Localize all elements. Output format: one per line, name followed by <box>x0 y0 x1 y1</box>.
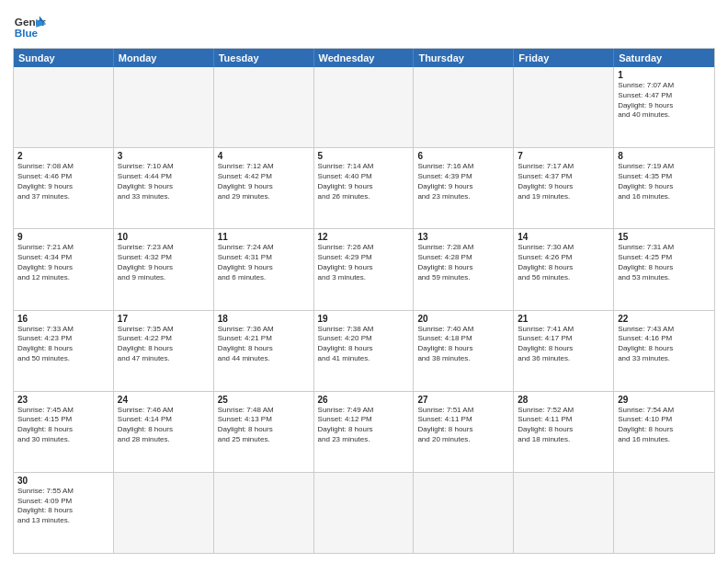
calendar-cell: 19Sunrise: 7:38 AM Sunset: 4:20 PM Dayli… <box>314 311 415 391</box>
day-number: 4 <box>218 151 310 161</box>
day-info: Sunrise: 7:33 AM Sunset: 4:23 PM Dayligh… <box>17 325 109 364</box>
day-number: 8 <box>618 151 711 161</box>
calendar-cell: 25Sunrise: 7:48 AM Sunset: 4:13 PM Dayli… <box>214 392 314 472</box>
day-info: Sunrise: 7:21 AM Sunset: 4:34 PM Dayligh… <box>17 243 109 282</box>
calendar-cell: 5Sunrise: 7:14 AM Sunset: 4:40 PM Daylig… <box>314 148 415 228</box>
logo-icon: General Blue <box>13 9 46 42</box>
day-number: 29 <box>618 395 711 405</box>
day-info: Sunrise: 7:16 AM Sunset: 4:39 PM Dayligh… <box>417 162 509 201</box>
calendar-cell: 26Sunrise: 7:49 AM Sunset: 4:12 PM Dayli… <box>314 392 415 472</box>
day-info: Sunrise: 7:30 AM Sunset: 4:26 PM Dayligh… <box>518 243 609 282</box>
calendar-cell <box>414 473 514 553</box>
calendar-week-3: 16Sunrise: 7:33 AM Sunset: 4:23 PM Dayli… <box>14 311 714 392</box>
calendar-week-2: 9Sunrise: 7:21 AM Sunset: 4:34 PM Daylig… <box>14 229 714 310</box>
calendar-cell: 3Sunrise: 7:10 AM Sunset: 4:44 PM Daylig… <box>114 148 214 228</box>
day-info: Sunrise: 7:48 AM Sunset: 4:13 PM Dayligh… <box>218 406 310 445</box>
header: General Blue <box>13 9 715 42</box>
day-info: Sunrise: 7:19 AM Sunset: 4:35 PM Dayligh… <box>618 162 711 201</box>
calendar-cell: 4Sunrise: 7:12 AM Sunset: 4:42 PM Daylig… <box>214 148 314 228</box>
header-day-monday: Monday <box>114 49 214 67</box>
day-info: Sunrise: 7:07 AM Sunset: 4:47 PM Dayligh… <box>618 81 711 121</box>
calendar-cell: 11Sunrise: 7:24 AM Sunset: 4:31 PM Dayli… <box>214 229 314 309</box>
header-day-tuesday: Tuesday <box>214 49 314 67</box>
day-info: Sunrise: 7:17 AM Sunset: 4:37 PM Dayligh… <box>518 162 609 201</box>
day-info: Sunrise: 7:41 AM Sunset: 4:17 PM Dayligh… <box>518 325 609 364</box>
day-number: 30 <box>17 476 109 486</box>
day-number: 10 <box>118 232 210 242</box>
svg-text:Blue: Blue <box>15 27 39 39</box>
calendar-cell: 18Sunrise: 7:36 AM Sunset: 4:21 PM Dayli… <box>214 311 314 391</box>
day-number: 18 <box>218 314 310 324</box>
header-day-friday: Friday <box>514 49 614 67</box>
day-info: Sunrise: 7:54 AM Sunset: 4:10 PM Dayligh… <box>618 406 711 445</box>
calendar-cell <box>514 473 614 553</box>
calendar-cell <box>14 67 114 147</box>
calendar-cell: 8Sunrise: 7:19 AM Sunset: 4:35 PM Daylig… <box>614 148 714 228</box>
day-number: 24 <box>118 395 210 405</box>
day-info: Sunrise: 7:23 AM Sunset: 4:32 PM Dayligh… <box>118 243 210 282</box>
day-info: Sunrise: 7:31 AM Sunset: 4:25 PM Dayligh… <box>618 243 711 282</box>
calendar-cell: 13Sunrise: 7:28 AM Sunset: 4:28 PM Dayli… <box>414 229 514 309</box>
calendar-cell: 30Sunrise: 7:55 AM Sunset: 4:09 PM Dayli… <box>14 473 114 553</box>
day-number: 7 <box>518 151 609 161</box>
day-number: 3 <box>118 151 210 161</box>
day-number: 6 <box>417 151 509 161</box>
day-number: 13 <box>417 232 509 242</box>
day-info: Sunrise: 7:49 AM Sunset: 4:12 PM Dayligh… <box>318 406 410 445</box>
day-info: Sunrise: 7:55 AM Sunset: 4:09 PM Dayligh… <box>17 487 109 526</box>
page: General Blue SundayMondayTuesdayWednesda… <box>0 0 728 563</box>
calendar-cell: 23Sunrise: 7:45 AM Sunset: 4:15 PM Dayli… <box>14 392 114 472</box>
day-number: 19 <box>318 314 410 324</box>
calendar-week-4: 23Sunrise: 7:45 AM Sunset: 4:15 PM Dayli… <box>14 392 714 473</box>
calendar-cell: 24Sunrise: 7:46 AM Sunset: 4:14 PM Dayli… <box>114 392 214 472</box>
calendar-cell: 20Sunrise: 7:40 AM Sunset: 4:18 PM Dayli… <box>414 311 514 391</box>
day-number: 16 <box>17 314 109 324</box>
calendar-cell <box>614 473 714 553</box>
calendar-cell <box>314 473 415 553</box>
day-info: Sunrise: 7:40 AM Sunset: 4:18 PM Dayligh… <box>417 325 509 364</box>
day-number: 2 <box>17 151 109 161</box>
day-number: 20 <box>417 314 509 324</box>
calendar-body: 1Sunrise: 7:07 AM Sunset: 4:47 PM Daylig… <box>14 67 714 553</box>
day-info: Sunrise: 7:26 AM Sunset: 4:29 PM Dayligh… <box>318 243 410 282</box>
calendar-cell: 22Sunrise: 7:43 AM Sunset: 4:16 PM Dayli… <box>614 311 714 391</box>
day-number: 27 <box>417 395 509 405</box>
calendar: SundayMondayTuesdayWednesdayThursdayFrid… <box>13 48 715 554</box>
calendar-cell: 21Sunrise: 7:41 AM Sunset: 4:17 PM Dayli… <box>514 311 614 391</box>
day-info: Sunrise: 7:52 AM Sunset: 4:11 PM Dayligh… <box>518 406 609 445</box>
calendar-cell: 14Sunrise: 7:30 AM Sunset: 4:26 PM Dayli… <box>514 229 614 309</box>
logo: General Blue <box>13 9 46 42</box>
day-number: 25 <box>218 395 310 405</box>
day-number: 11 <box>218 232 310 242</box>
calendar-cell: 1Sunrise: 7:07 AM Sunset: 4:47 PM Daylig… <box>614 67 714 147</box>
day-info: Sunrise: 7:46 AM Sunset: 4:14 PM Dayligh… <box>118 406 210 445</box>
day-info: Sunrise: 7:36 AM Sunset: 4:21 PM Dayligh… <box>218 325 310 364</box>
calendar-cell: 27Sunrise: 7:51 AM Sunset: 4:11 PM Dayli… <box>414 392 514 472</box>
day-number: 15 <box>618 232 711 242</box>
day-info: Sunrise: 7:45 AM Sunset: 4:15 PM Dayligh… <box>17 406 109 445</box>
day-number: 23 <box>17 395 109 405</box>
calendar-cell: 16Sunrise: 7:33 AM Sunset: 4:23 PM Dayli… <box>14 311 114 391</box>
calendar-cell <box>314 67 415 147</box>
header-day-sunday: Sunday <box>14 49 114 67</box>
calendar-cell: 10Sunrise: 7:23 AM Sunset: 4:32 PM Dayli… <box>114 229 214 309</box>
calendar-cell <box>414 67 514 147</box>
day-number: 9 <box>17 232 109 242</box>
calendar-cell: 28Sunrise: 7:52 AM Sunset: 4:11 PM Dayli… <box>514 392 614 472</box>
header-day-wednesday: Wednesday <box>314 49 415 67</box>
day-info: Sunrise: 7:51 AM Sunset: 4:11 PM Dayligh… <box>417 406 509 445</box>
header-day-thursday: Thursday <box>414 49 514 67</box>
calendar-cell <box>114 473 214 553</box>
calendar-cell: 17Sunrise: 7:35 AM Sunset: 4:22 PM Dayli… <box>114 311 214 391</box>
header-day-saturday: Saturday <box>614 49 714 67</box>
day-number: 12 <box>318 232 410 242</box>
day-info: Sunrise: 7:12 AM Sunset: 4:42 PM Dayligh… <box>218 162 310 201</box>
calendar-cell: 9Sunrise: 7:21 AM Sunset: 4:34 PM Daylig… <box>14 229 114 309</box>
day-info: Sunrise: 7:28 AM Sunset: 4:28 PM Dayligh… <box>417 243 509 282</box>
calendar-cell: 7Sunrise: 7:17 AM Sunset: 4:37 PM Daylig… <box>514 148 614 228</box>
calendar-cell <box>214 67 314 147</box>
day-number: 21 <box>518 314 609 324</box>
calendar-cell <box>114 67 214 147</box>
calendar-cell: 29Sunrise: 7:54 AM Sunset: 4:10 PM Dayli… <box>614 392 714 472</box>
day-info: Sunrise: 7:24 AM Sunset: 4:31 PM Dayligh… <box>218 243 310 282</box>
